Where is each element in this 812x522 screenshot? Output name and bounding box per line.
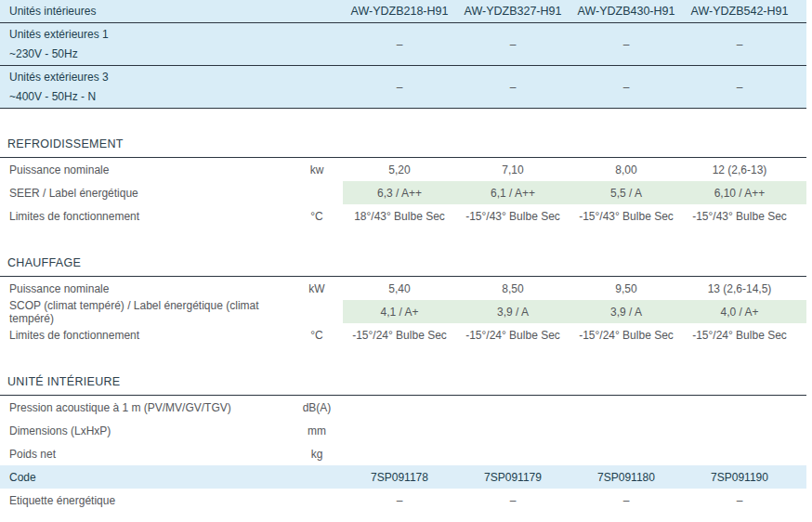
outdoor-unit-3-row: Unités extérieures 3 ~400V - 50Hz - N – … xyxy=(0,66,806,109)
cell-value: – xyxy=(570,66,683,108)
cell-value: -15°/24° Bulbe Sec xyxy=(343,323,456,346)
row-label: Poids net xyxy=(0,442,291,465)
outdoor-unit-1-row: Unités extérieures 1 ~230V - 50Hz – – – … xyxy=(0,23,806,66)
cell-value: – xyxy=(343,489,456,512)
model-column-header: AW-YDZB542-H91 xyxy=(683,0,796,22)
section-title-heating: CHAUFFAGE xyxy=(0,255,806,277)
spec-table: Unités intérieures AW-YDZB218-H91 AW-YDZ… xyxy=(0,0,806,512)
cell-value xyxy=(343,419,456,442)
cell-value: -15°/24° Bulbe Sec xyxy=(683,323,796,346)
table-row-energy-label: Etiquette énergétique – – – – xyxy=(0,489,806,512)
cell-value xyxy=(683,419,796,442)
cell-value xyxy=(456,419,570,442)
cell-value xyxy=(570,419,683,442)
cell-value: 3,9 / A xyxy=(456,300,570,323)
row-unit: kg xyxy=(291,442,343,465)
model-column-header: AW-YDZB327-H91 xyxy=(456,0,570,22)
row-unit: dB(A) xyxy=(291,396,343,419)
cell-value: -15°/43° Bulbe Sec xyxy=(456,204,570,228)
table-row-sound-pressure: Pression acoustique à 1 m (PV/MV/GV/TGV)… xyxy=(0,396,806,419)
cell-value: 4,1 / A+ xyxy=(343,300,456,323)
row-unit xyxy=(291,181,343,204)
indoor-units-label: Unités intérieures xyxy=(0,0,343,22)
model-column-header: AW-YDZB218-H91 xyxy=(343,0,456,22)
row-unit: mm xyxy=(291,419,343,442)
row-label: Puissance nominale xyxy=(0,158,291,181)
outdoor-unit-3-label: Unités extérieures 3 xyxy=(9,68,343,87)
model-column-header: AW-YDZB430-H91 xyxy=(570,0,683,22)
table-row-heating-power: Puissance nominale kW 5,40 8,50 9,50 13 … xyxy=(0,277,806,300)
cell-value: 3,9 / A xyxy=(570,300,683,323)
cell-value: 4,0 / A+ xyxy=(683,300,796,323)
cell-value: 18°/43° Bulbe Sec xyxy=(343,204,456,228)
cell-value: -15°/43° Bulbe Sec xyxy=(683,204,796,228)
table-row-cooling-limits: Limites de fonctionnement °C 18°/43° Bul… xyxy=(0,204,806,228)
indoor-units-header-row: Unités intérieures AW-YDZB218-H91 AW-YDZ… xyxy=(0,0,806,23)
cell-value: 5,20 xyxy=(343,158,456,181)
cell-value: – xyxy=(343,66,456,108)
row-unit: kW xyxy=(291,277,343,300)
outdoor-unit-1-label: Unités extérieures 1 xyxy=(9,25,343,45)
row-unit xyxy=(291,489,343,512)
cell-value: – xyxy=(570,23,683,65)
row-label: Pression acoustique à 1 m (PV/MV/GV/TGV) xyxy=(0,396,291,419)
cell-value xyxy=(570,442,683,465)
row-label: Code xyxy=(0,465,291,489)
cell-value: – xyxy=(683,489,796,512)
table-row-scop: SCOP (climat tempéré) / Label énergétiqu… xyxy=(0,300,806,323)
cell-value: 12 (2,6-13) xyxy=(683,158,796,181)
table-row-code: Code 7SP091178 7SP091179 7SP091180 7SP09… xyxy=(0,465,806,489)
row-label: Puissance nominale xyxy=(0,277,291,300)
section-title-cooling: REFROIDISSEMENT xyxy=(0,137,806,158)
row-label: Limites de fonctionnement xyxy=(0,323,291,346)
cell-value: – xyxy=(456,489,570,512)
cell-value: 8,00 xyxy=(570,158,683,181)
cell-value: – xyxy=(683,23,796,65)
cell-value: – xyxy=(683,66,796,108)
table-row-heating-limits: Limites de fonctionnement °C -15°/24° Bu… xyxy=(0,323,806,346)
cell-value: 9,50 xyxy=(570,277,683,300)
cell-value: -15°/43° Bulbe Sec xyxy=(570,204,683,228)
cell-value: 7SP091190 xyxy=(683,465,796,489)
cell-value: -15°/24° Bulbe Sec xyxy=(456,323,570,346)
row-label: SCOP (climat tempéré) / Label énergétiqu… xyxy=(0,300,291,323)
row-label: SEER / Label énergétique xyxy=(0,181,291,204)
outdoor-unit-1-voltage: ~230V - 50Hz xyxy=(9,45,343,64)
cell-value xyxy=(570,396,683,419)
cell-value xyxy=(343,396,456,419)
cell-value: – xyxy=(456,23,570,65)
cell-value: – xyxy=(456,66,570,108)
table-row-seer: SEER / Label énergétique 6,3 / A++ 6,1 /… xyxy=(0,181,806,204)
cell-value xyxy=(343,442,456,465)
cell-value: 13 (2,6-14,5) xyxy=(683,277,796,300)
cell-value xyxy=(456,396,570,419)
table-row-dimensions: Dimensions (LxHxP) mm xyxy=(0,419,806,442)
cell-value: 7SP091178 xyxy=(343,465,456,489)
cell-value: 7,10 xyxy=(456,158,570,181)
row-label: Dimensions (LxHxP) xyxy=(0,419,291,442)
row-unit: °C xyxy=(291,323,343,346)
cell-value: 5,5 / A xyxy=(570,181,683,204)
cell-value: 7SP091180 xyxy=(570,465,683,489)
cell-value: 6,10 / A++ xyxy=(683,181,796,204)
row-unit xyxy=(291,300,343,323)
cell-value: 6,1 / A++ xyxy=(456,181,570,204)
row-unit: °C xyxy=(291,204,343,228)
cell-value: 6,3 / A++ xyxy=(343,181,456,204)
row-label: Etiquette énergétique xyxy=(0,489,291,512)
cell-value: 8,50 xyxy=(456,277,570,300)
section-title-indoor-unit: UNITÉ INTÉRIEURE xyxy=(0,374,806,396)
row-label: Limites de fonctionnement xyxy=(0,204,291,228)
cell-value: – xyxy=(343,23,456,65)
row-unit xyxy=(291,465,343,489)
cell-value xyxy=(683,396,796,419)
outdoor-unit-3-voltage: ~400V - 50Hz - N xyxy=(9,87,343,107)
cell-value: – xyxy=(570,489,683,512)
cell-value: 5,40 xyxy=(343,277,456,300)
table-row-net-weight: Poids net kg xyxy=(0,442,806,465)
cell-value: -15°/24° Bulbe Sec xyxy=(570,323,683,346)
cell-value xyxy=(683,442,796,465)
table-row-cooling-power: Puissance nominale kw 5,20 7,10 8,00 12 … xyxy=(0,158,806,181)
row-unit: kw xyxy=(291,158,343,181)
cell-value: 7SP091179 xyxy=(456,465,570,489)
